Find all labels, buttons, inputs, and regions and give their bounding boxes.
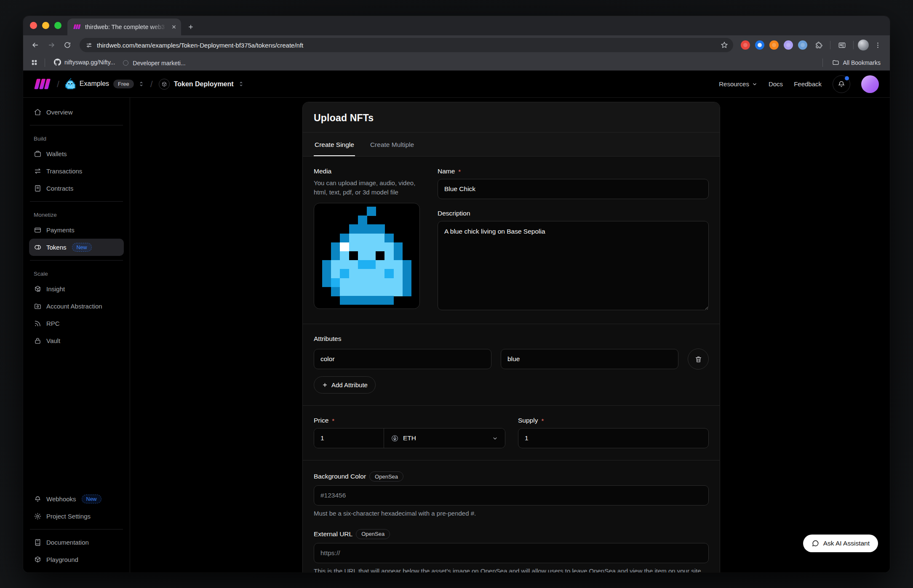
wallet-icon <box>34 150 42 158</box>
bookmarks-separator <box>45 59 45 67</box>
sidebar-item-payments[interactable]: Payments <box>29 221 124 239</box>
create-tabs: Create SingleCreate Multiple <box>303 133 720 157</box>
notifications-button[interactable] <box>833 75 850 93</box>
toolbar-separator-2 <box>853 41 854 49</box>
sidebar-item-label: Account Abstraction <box>46 303 102 310</box>
sidebar-item-contracts[interactable]: Contracts <box>29 180 124 197</box>
all-bookmarks-button[interactable]: All Bookmarks <box>829 57 884 68</box>
back-nav-icon[interactable] <box>28 38 43 52</box>
chrome-profile-avatar[interactable] <box>858 40 869 51</box>
sidebar-item-account-abstraction[interactable]: Account Abstraction <box>29 298 124 315</box>
browser-window: thirdweb: The complete web3 thirdweb.com… <box>23 16 890 572</box>
sidebar-item-playground[interactable]: Playground <box>29 551 124 568</box>
team-switcher[interactable]: Examples Free <box>65 78 144 89</box>
attribute-value-input[interactable] <box>501 349 678 369</box>
main-content: Upload NFTs Create SingleCreate Multiple… <box>130 98 890 572</box>
docs-link[interactable]: Docs <box>769 80 783 88</box>
url-text[interactable]: thirdweb.com/team/examples/Token-Deploym… <box>97 42 714 49</box>
site-settings-icon[interactable] <box>85 42 93 49</box>
notification-dot <box>845 76 849 80</box>
extension-phantom-icon[interactable] <box>784 40 793 50</box>
currency-select[interactable]: ETH <box>384 428 505 448</box>
new-badge: New <box>72 243 92 252</box>
sidebar-item-tokens[interactable]: TokensNew <box>29 239 124 256</box>
sidebar-item-label: Wallets <box>46 150 67 157</box>
bookmark-star-icon[interactable] <box>718 41 731 49</box>
page-title: Upload NFTs <box>314 112 709 124</box>
sidebar-item-webhooks[interactable]: WebhooksNew <box>29 490 124 508</box>
reload-icon[interactable] <box>60 38 75 52</box>
minimize-window-button[interactable] <box>42 22 49 29</box>
webhook-icon <box>34 495 42 503</box>
breadcrumb-separator: / <box>57 79 59 89</box>
attribute-trait-input[interactable] <box>314 349 491 369</box>
close-window-button[interactable] <box>30 22 37 29</box>
extension-red-icon[interactable] <box>741 40 750 50</box>
sidebar-item-vault[interactable]: Vault <box>29 332 124 349</box>
project-name[interactable]: Token Deployment <box>174 80 234 88</box>
sidebar-item-label: Transactions <box>46 168 82 175</box>
sidebar-divider <box>30 125 123 125</box>
sidebar-item-wallets[interactable]: Wallets <box>29 145 124 162</box>
extension-metamask-icon[interactable] <box>769 40 779 50</box>
background-color-label: Background Color OpenSea <box>314 471 709 482</box>
project-switcher[interactable]: Token Deployment <box>159 79 244 90</box>
browser-tab[interactable]: thirdweb: The complete web3 <box>67 19 181 35</box>
bookmark-item[interactable]: niftyswap.gg/Nifty... <box>50 57 118 68</box>
attributes-label: Attributes <box>314 335 709 343</box>
address-bar[interactable]: thirdweb.com/team/examples/Token-Deploym… <box>80 38 733 52</box>
extensions-puzzle-icon[interactable] <box>812 38 826 52</box>
sidebar-item-overview[interactable]: Overview <box>29 104 124 121</box>
extension-blue-icon[interactable] <box>755 40 764 50</box>
zoom-window-button[interactable] <box>54 22 61 29</box>
chevrons-up-down-icon-2[interactable] <box>238 81 244 87</box>
sidebar-section-title: Build <box>34 136 119 142</box>
currency-value: ETH <box>403 434 416 442</box>
sidebar-divider <box>30 201 123 202</box>
add-attribute-button[interactable]: Add Attribute <box>314 376 376 394</box>
external-url-input[interactable] <box>314 543 709 563</box>
price-input[interactable] <box>314 428 384 448</box>
apps-grid-icon[interactable] <box>29 59 40 66</box>
chevrons-up-down-icon[interactable] <box>138 81 144 87</box>
forward-nav-icon[interactable] <box>44 38 59 52</box>
sidebar-item-rpc[interactable]: RPC <box>29 315 124 332</box>
extensions-row <box>738 40 810 50</box>
new-tab-button[interactable] <box>184 21 197 33</box>
delete-attribute-button[interactable] <box>688 349 709 370</box>
toolbar-separator <box>830 41 830 49</box>
resources-menu[interactable]: Resources <box>719 80 758 88</box>
supply-input[interactable] <box>518 428 709 448</box>
close-tab-icon[interactable] <box>171 24 177 30</box>
media-helper: You can upload image, audio, video, html… <box>314 178 427 197</box>
sidebar-item-project-settings[interactable]: Project Settings <box>29 508 124 525</box>
background-color-helper: Must be a six-character hexadecimal with… <box>314 509 709 518</box>
background-color-input[interactable] <box>314 485 709 506</box>
sidebar-item-insight[interactable]: Insight <box>29 280 124 298</box>
feedback-link[interactable]: Feedback <box>794 80 822 88</box>
window-controls[interactable] <box>23 22 67 35</box>
sidebar-item-documentation[interactable]: Documentation <box>29 534 124 551</box>
team-name[interactable]: Examples <box>80 80 109 88</box>
bookmark-label: niftyswap.gg/Nifty... <box>64 59 115 66</box>
ask-ai-assistant-button[interactable]: Ask AI Assistant <box>803 535 878 552</box>
sidebar-divider <box>30 260 123 261</box>
bookmark-label: Developer marketi... <box>133 60 185 67</box>
thirdweb-app: / Examples Free / Token Deployment <box>23 71 890 572</box>
bookmark-item[interactable]: Developer marketi... <box>118 58 189 69</box>
opensea-section: Background Color OpenSea Must be a six-c… <box>303 460 720 572</box>
sidebar-item-label: RPC <box>46 320 60 327</box>
plus-icon <box>322 382 328 388</box>
tab-create-single[interactable]: Create Single <box>314 133 355 156</box>
description-input[interactable]: A blue chick living on Base Sepolia <box>438 221 709 310</box>
thirdweb-logo[interactable] <box>34 79 51 89</box>
upload-nfts-card: Upload NFTs Create SingleCreate Multiple… <box>302 102 720 572</box>
extension-clock-icon[interactable] <box>798 40 807 50</box>
media-upload-preview[interactable] <box>314 203 420 309</box>
name-input[interactable] <box>438 179 709 199</box>
user-avatar[interactable] <box>861 75 879 93</box>
chrome-menu-icon[interactable] <box>870 38 885 52</box>
sidebar-item-transactions[interactable]: Transactions <box>29 162 124 180</box>
tab-create-multiple[interactable]: Create Multiple <box>369 133 415 156</box>
side-panel-icon[interactable] <box>835 38 849 52</box>
